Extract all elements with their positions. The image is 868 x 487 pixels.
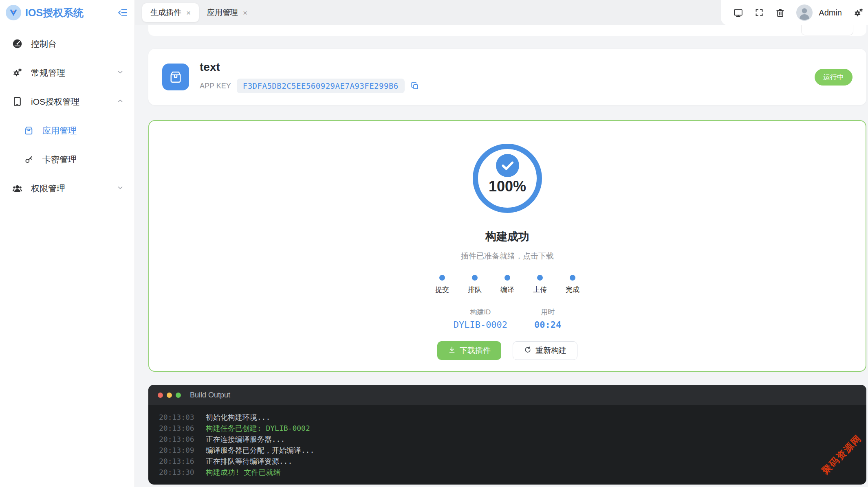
tab-label: 应用管理 (207, 7, 238, 18)
build-output-terminal: Build Output 20:13:03 初始化构建环境... 20:13:0… (148, 385, 866, 485)
package-icon (23, 125, 34, 136)
copy-icon[interactable] (410, 81, 419, 90)
step-compile: 编译 (500, 275, 514, 294)
download-button-label: 下载插件 (460, 345, 491, 356)
sidebar-item-label: iOS授权管理 (31, 96, 108, 107)
app-key-label: APP KEY (200, 82, 231, 90)
tab-generate-plugin[interactable]: 生成插件 × (142, 3, 199, 22)
build-id-value: DYLIB-0002 (454, 320, 507, 330)
tablet-icon (11, 96, 23, 107)
step-label: 完成 (566, 285, 579, 294)
sidebar-collapse-icon[interactable] (117, 7, 128, 18)
log-timestamp: 20:13:09 (159, 445, 194, 456)
log-line: 20:13:03 初始化构建环境... (159, 412, 856, 423)
status-badge: 运行中 (815, 69, 853, 86)
sidebar-item-key-management[interactable]: 卡密管理 (0, 145, 134, 174)
sidebar-item-general-management[interactable]: 常规管理 (0, 58, 134, 87)
logo-icon (6, 5, 21, 20)
log-message: 构建任务已创建: DYLIB-0002 (206, 423, 310, 434)
step-label: 编译 (500, 285, 514, 294)
sidebar-header: IOS授权系统 (0, 0, 134, 25)
tab-label: 生成插件 (150, 7, 181, 18)
fullscreen-icon[interactable] (754, 8, 764, 18)
build-id-block: 构建ID DYLIB-0002 (454, 307, 507, 330)
trash-icon[interactable] (775, 8, 785, 18)
sidebar-item-label: 应用管理 (42, 125, 124, 136)
terminal-yellow-dot-icon (167, 393, 172, 398)
step-done: 完成 (566, 275, 579, 294)
sidebar-item-permission-management[interactable]: 权限管理 (0, 174, 134, 203)
step-dot (439, 275, 445, 281)
build-time-label: 用时 (534, 307, 561, 317)
log-timestamp: 20:13:06 (159, 434, 194, 445)
scrolled-card-remnant (148, 25, 866, 36)
terminal-red-dot-icon (158, 393, 163, 398)
sidebar: IOS授权系统 控制台 (0, 0, 135, 487)
build-title: 构建成功 (485, 229, 529, 244)
log-line: 20:13:09 编译服务器已分配，开始编译... (159, 445, 856, 456)
rebuild-button[interactable]: 重新构建 (513, 341, 577, 360)
build-time-value: 00:24 (534, 320, 561, 330)
app-meta: text APP KEY F3DFA5DB2C5EE560929AE7A93FE… (200, 61, 419, 93)
build-id-label: 构建ID (454, 307, 507, 317)
build-info: 构建ID DYLIB-0002 用时 00:24 (454, 307, 562, 330)
check-circle-icon (496, 154, 519, 177)
step-dot (472, 275, 478, 281)
topbar-actions: Admin (721, 0, 868, 25)
step-upload: 上传 (533, 275, 547, 294)
main-content: text APP KEY F3DFA5DB2C5EE560929AE7A93FE… (135, 25, 868, 487)
username[interactable]: Admin (819, 8, 842, 18)
app-window: IOS授权系统 控制台 (0, 0, 868, 487)
step-dot (570, 275, 575, 281)
sidebar-item-ios-auth-management[interactable]: iOS授权管理 (0, 87, 134, 116)
step-dot (504, 275, 510, 281)
log-timestamp: 20:13:16 (159, 456, 194, 467)
monitor-icon[interactable] (733, 8, 743, 18)
app-info-card: text APP KEY F3DFA5DB2C5EE560929AE7A93FE… (148, 49, 866, 105)
settings-gears-icon[interactable] (853, 7, 864, 18)
sidebar-item-app-management[interactable]: 应用管理 (0, 116, 134, 145)
dashboard-icon (11, 38, 23, 49)
gears-icon (11, 67, 23, 78)
key-icon (23, 154, 34, 165)
progress-ring: 100% (473, 144, 542, 213)
step-submit: 提交 (435, 275, 449, 294)
build-subtitle: 插件已准备就绪，点击下载 (461, 251, 554, 261)
terminal-log: 20:13:03 初始化构建环境... 20:13:06 构建任务已创建: DY… (148, 405, 866, 484)
log-timestamp: 20:13:30 (159, 467, 194, 478)
log-line: 20:13:06 构建任务已创建: DYLIB-0002 (159, 423, 856, 434)
sidebar-item-label: 权限管理 (31, 183, 108, 194)
close-icon[interactable]: × (186, 9, 191, 17)
avatar[interactable] (796, 4, 813, 21)
tab-app-management[interactable]: 应用管理 × (199, 3, 256, 22)
app-key-value: F3DFA5DB2C5EE560929AE7A93FE299B6 (237, 79, 405, 93)
progress-percent: 100% (489, 178, 526, 195)
app-key-row: APP KEY F3DFA5DB2C5EE560929AE7A93FE299B6 (200, 79, 419, 93)
log-timestamp: 20:13:06 (159, 423, 194, 434)
build-time-block: 用时 00:24 (534, 307, 561, 330)
log-line: 20:13:16 正在排队等待编译资源... (159, 456, 856, 467)
step-queue: 排队 (468, 275, 482, 294)
step-label: 上传 (533, 285, 547, 294)
terminal-title: Build Output (190, 391, 230, 399)
sidebar-item-label: 控制台 (31, 38, 124, 50)
log-message: 正在连接编译服务器... (206, 434, 285, 445)
log-message: 构建成功! 文件已就绪 (206, 467, 281, 478)
chevron-down-icon (117, 68, 124, 78)
log-line: 20:13:30 构建成功! 文件已就绪 (159, 467, 856, 478)
log-message: 编译服务器已分配，开始编译... (206, 445, 315, 456)
build-result-card: 100% 构建成功 插件已准备就绪，点击下载 提交 排队 编译 (148, 120, 866, 372)
refresh-icon (524, 346, 532, 356)
build-actions: 下载插件 重新构建 (437, 341, 577, 360)
sidebar-item-label: 常规管理 (31, 67, 108, 79)
terminal-green-dot-icon (176, 393, 181, 398)
download-plugin-button[interactable]: 下载插件 (437, 341, 501, 360)
sidebar-nav: 控制台 (0, 25, 134, 203)
close-icon[interactable]: × (243, 9, 247, 17)
log-timestamp: 20:13:03 (159, 412, 194, 423)
step-label: 提交 (435, 285, 449, 294)
step-label: 排队 (468, 285, 482, 294)
log-message: 正在排队等待编译资源... (206, 456, 293, 467)
sidebar-item-console[interactable]: 控制台 (0, 29, 134, 58)
terminal-header: Build Output (148, 385, 866, 405)
